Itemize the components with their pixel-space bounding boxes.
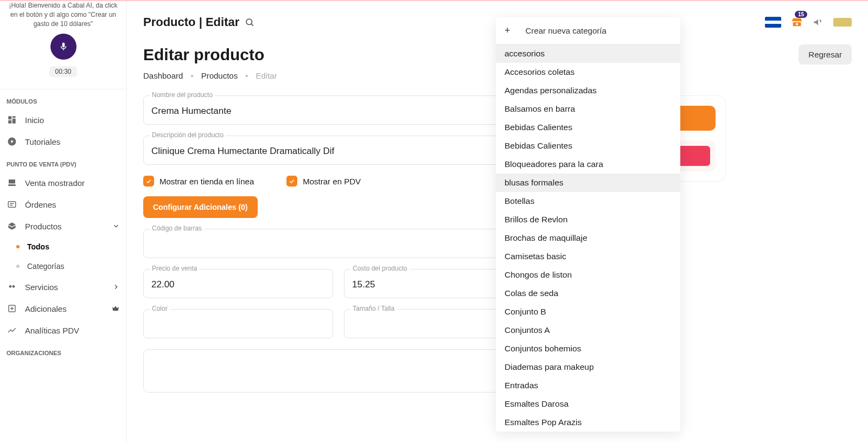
dropdown-create-category[interactable]: + Crear nueva categoría <box>496 17 680 44</box>
dropdown-item[interactable]: Diademas para makeup <box>496 358 680 376</box>
addons-icon <box>7 303 17 314</box>
dropdown-item[interactable]: Botellas <box>496 192 680 210</box>
svg-line-14 <box>252 24 253 25</box>
field-product-desc: Descripción del producto <box>143 136 534 165</box>
sidebar-item-categories[interactable]: Categorías <box>0 256 126 276</box>
ai-assistant-box: ¡Hola! Bienvenido a Cabal AI, da click e… <box>0 1 126 85</box>
dropdown-item[interactable]: Bloqueadores para la cara <box>496 155 680 174</box>
checkbox-show-online[interactable]: Mostrar en tienda en línea <box>143 176 254 187</box>
dropdown-item[interactable]: Entradas <box>496 376 680 395</box>
mic-button[interactable] <box>50 34 76 60</box>
ai-welcome-text: ¡Hola! Bienvenido a Cabal AI, da click e… <box>5 1 121 28</box>
orders-icon <box>7 199 17 210</box>
dropdown-item[interactable]: Conjunto B <box>496 303 680 321</box>
product-desc-input[interactable] <box>143 136 534 165</box>
dropdown-item[interactable]: Bebidas Calientes <box>496 137 680 155</box>
play-icon <box>7 136 17 147</box>
sidebar-item-orders[interactable]: Órdenes <box>0 194 126 215</box>
dropdown-item[interactable]: Conjuntos bohemios <box>496 339 680 358</box>
notif-badge: 15 <box>795 11 807 18</box>
product-name-input[interactable] <box>143 95 534 125</box>
svg-rect-6 <box>8 184 16 186</box>
checkbox-show-pdv[interactable]: Mostrar en PDV <box>286 176 361 187</box>
sidebar-item-label: Servicios <box>25 283 58 292</box>
sidebar-item-counter-sale[interactable]: Venta mostrador <box>0 172 126 194</box>
field-label: Color <box>150 305 170 312</box>
crumb-dashboard[interactable]: Dashboard <box>143 71 183 80</box>
sidebar-item-label: Productos <box>25 222 62 231</box>
field-color: Color <box>143 309 333 338</box>
dropdown-item[interactable]: Brillos de Revlon <box>496 210 680 229</box>
category-dropdown: + Crear nueva categoría accesoriosAcceso… <box>496 17 680 432</box>
dropdown-item[interactable]: Camisetas basic <box>496 247 680 266</box>
sidebar-item-addons[interactable]: Adicionales <box>0 298 126 319</box>
field-barcode: Código de barras <box>143 229 534 258</box>
dropdown-item[interactable]: Esmaltes Darosa <box>496 395 680 413</box>
dropdown-item[interactable]: Colas de seda <box>496 284 680 303</box>
sidebar-item-products[interactable]: Productos <box>0 215 126 237</box>
dropdown-item[interactable]: Agendas personalizadas <box>496 81 680 100</box>
sidebar-item-label: Venta mostrador <box>25 178 85 188</box>
back-button[interactable]: Regresar <box>799 44 852 65</box>
sidebar: ¡Hola! Bienvenido a Cabal AI, da click e… <box>0 1 127 443</box>
chevron-down-icon <box>112 222 120 230</box>
home-icon <box>7 114 17 125</box>
sidebar-item-home[interactable]: Inicio <box>0 109 126 131</box>
dropdown-item[interactable]: Conjuntos A <box>496 321 680 339</box>
sidebar-item-label: Analíticas PDV <box>25 326 79 335</box>
services-icon <box>7 281 17 292</box>
color-input[interactable] <box>143 309 333 338</box>
barcode-input[interactable] <box>143 229 534 258</box>
dropdown-item[interactable]: accesorios <box>496 44 680 63</box>
field-price: Precio de venta <box>143 269 333 298</box>
dropdown-item[interactable]: Chongos de liston <box>496 266 680 284</box>
sidebar-item-analytics[interactable]: Analíticas PDV <box>0 319 126 341</box>
svg-rect-5 <box>9 179 15 184</box>
crumb-products[interactable]: Productos <box>201 71 238 80</box>
field-label: Nombre del producto <box>150 91 215 99</box>
dropdown-item[interactable]: Esmaltes Pop Arazis <box>496 413 680 432</box>
field-label: Precio de venta <box>150 265 199 272</box>
image-dropzone[interactable] <box>143 349 534 393</box>
sidebar-item-services[interactable]: Servicios <box>0 276 126 298</box>
dropdown-item[interactable]: Balsamos en barra <box>496 100 680 118</box>
crown-icon <box>111 304 120 313</box>
register-icon <box>7 177 17 188</box>
config-addons-button[interactable]: Configurar Adicionales (0) <box>143 196 258 218</box>
sb-section-orgs: ORGANIZACIONES <box>0 341 126 361</box>
dropdown-item[interactable]: blusas formales <box>496 174 680 192</box>
dropdown-item[interactable]: Brochas de maquillaje <box>496 229 680 247</box>
field-product-name: Nombre del producto <box>143 95 534 125</box>
svg-rect-2 <box>12 119 16 124</box>
country-flag-icon[interactable] <box>765 17 781 28</box>
brand-logo[interactable] <box>833 18 852 27</box>
field-label: Tamaño / Talla <box>350 305 397 312</box>
field-label: Costo del producto <box>350 265 410 272</box>
price-input[interactable] <box>143 269 333 298</box>
sidebar-item-tutorials[interactable]: Tutoriales <box>0 131 126 152</box>
dropdown-item[interactable]: Bebidas Calientes <box>496 118 680 137</box>
analytics-icon <box>7 325 17 336</box>
sidebar-item-label: Inicio <box>25 115 44 125</box>
plus-icon: + <box>505 25 510 36</box>
sidebar-item-label: Tutoriales <box>25 137 60 146</box>
checkbox-label: Mostrar en PDV <box>303 177 361 186</box>
sidebar-item-all[interactable]: Todos <box>0 237 126 256</box>
bullet-icon <box>16 265 20 268</box>
svg-point-13 <box>246 19 252 25</box>
bullet-icon <box>16 245 20 248</box>
crumb-edit: Editar <box>256 71 277 80</box>
field-label: Código de barras <box>150 224 204 232</box>
sidebar-item-label: Adicionales <box>25 304 67 313</box>
store-icon[interactable]: 15 <box>791 16 803 28</box>
svg-rect-0 <box>8 117 11 120</box>
sidebar-item-label: Órdenes <box>25 200 56 209</box>
dropdown-create-label: Crear nueva categoría <box>526 26 607 35</box>
megaphone-icon[interactable] <box>813 17 824 28</box>
svg-rect-3 <box>8 120 11 124</box>
mic-icon <box>59 42 68 52</box>
checkbox-checked-icon <box>143 176 154 187</box>
dropdown-item[interactable]: Accesorios coletas <box>496 63 680 81</box>
search-icon[interactable] <box>245 17 254 27</box>
sidebar-item-label: Todos <box>27 242 49 251</box>
